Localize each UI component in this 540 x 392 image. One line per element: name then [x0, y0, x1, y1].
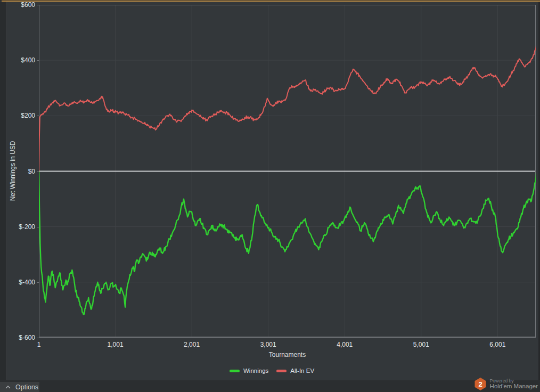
- options-label: Options: [15, 383, 38, 391]
- powered-by-text: Powered by: [490, 379, 538, 383]
- legend: WinningsAll-In EV: [230, 368, 314, 374]
- y-tick-label: $-400: [19, 279, 35, 286]
- bottom-bar: [0, 380, 540, 392]
- y-tick-label: $200: [21, 112, 35, 119]
- x-axis-title: Tournaments: [39, 351, 536, 358]
- app-name-text: Hold'em Manager: [490, 383, 538, 389]
- winnings-line: [39, 166, 536, 314]
- x-axis-tick-labels: 11,0012,0013,0014,0015,0016,001: [39, 341, 536, 348]
- options-button[interactable]: Options: [0, 382, 39, 392]
- y-tick-label: $0: [28, 168, 35, 175]
- legend-swatch: [230, 370, 240, 372]
- powered-by-text-block: Powered by Hold'em Manager: [490, 379, 538, 390]
- y-tick-label: $-600: [19, 334, 35, 341]
- x-tick-label: 4,001: [337, 341, 353, 348]
- hm2-logo-icon: 2: [474, 378, 487, 390]
- x-tick-label: 3,001: [260, 341, 276, 348]
- x-tick-label: 2,001: [184, 341, 200, 348]
- legend-label: All-In EV: [290, 368, 314, 374]
- logo-number: 2: [478, 380, 482, 388]
- all-in-ev-line: [39, 39, 536, 172]
- x-tick-label: 5,001: [413, 341, 429, 348]
- legend-item-winnings[interactable]: Winnings: [230, 368, 268, 374]
- accent-bar: [2, 1, 540, 2]
- legend-label: Winnings: [243, 368, 268, 374]
- chevron-up-icon: [5, 386, 11, 389]
- y-tick-mark: [37, 338, 39, 338]
- holdem-manager-graph-window: Net Winnings in USD $600$400$200$0$-200$…: [0, 0, 540, 392]
- legend-swatch: [276, 370, 287, 372]
- x-tick-label: 6,001: [489, 341, 505, 348]
- x-tick-label: 1,001: [108, 341, 124, 348]
- y-tick-label: $600: [21, 1, 35, 9]
- legend-item-all-in-ev[interactable]: All-In EV: [276, 368, 314, 374]
- y-tick-label: $-200: [19, 223, 35, 231]
- plot-area: [39, 5, 536, 338]
- plot-svg: [39, 5, 536, 338]
- y-axis-tick-labels: $600$400$200$0$-200$-400$-600: [0, 5, 37, 338]
- x-tick-label: 1: [37, 341, 41, 348]
- y-tick-label: $400: [21, 56, 35, 64]
- powered-by-branding: 2 Powered by Hold'em Manager: [474, 378, 538, 390]
